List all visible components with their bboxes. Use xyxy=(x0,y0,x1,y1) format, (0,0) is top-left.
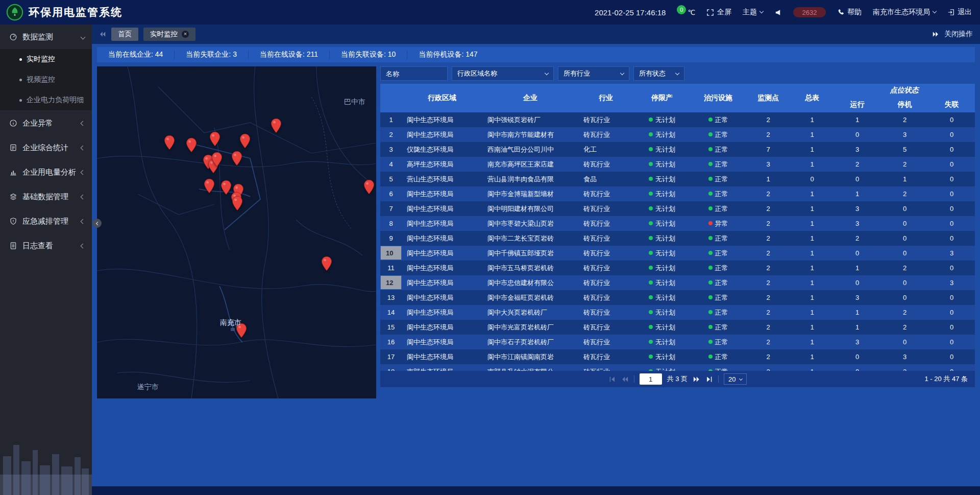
tab-close-icon[interactable] xyxy=(182,31,189,38)
sidebar-section-enterprise-statistics[interactable]: 企业综合统计 xyxy=(0,135,92,160)
table-row[interactable]: 7阆中生态环境局阆中明阳建材有限公司砖瓦行业无计划正常21300 xyxy=(380,201,975,216)
cell-monitor-points: 2 xyxy=(746,305,791,320)
sidebar-section-log-view[interactable]: 日志查看 xyxy=(0,233,92,258)
page-size-select[interactable]: 20 xyxy=(724,373,747,385)
cell-running: 0 xyxy=(834,364,881,371)
table-row[interactable]: 2阆中生态环境局阆中市南方节能建材有砖瓦行业无计划正常21030 xyxy=(380,127,975,142)
table-row[interactable]: 4高坪生态环境局南充市高坪区王家店建砖瓦行业无计划正常31220 xyxy=(380,157,975,172)
table-row[interactable]: 1阆中生态环境局阆中强锐页岩砖厂砖瓦行业无计划正常21120 xyxy=(380,112,975,127)
cell-total-meters: 1 xyxy=(791,127,834,142)
theme-dropdown[interactable]: 主题 xyxy=(743,8,763,17)
help-button[interactable]: 帮助 xyxy=(837,8,862,17)
map-pin[interactable] xyxy=(211,152,223,167)
table-row[interactable]: 8阆中生态环境局阆中市枣碧大梁山页岩砖瓦行业无计划异常21300 xyxy=(380,216,975,231)
first-page-button[interactable] xyxy=(608,375,616,383)
last-page-button[interactable] xyxy=(705,375,713,383)
sidebar-section-emergency-reduction[interactable]: 应急减排管理 xyxy=(0,209,92,233)
name-filter-input[interactable] xyxy=(380,66,448,81)
status-dot-green xyxy=(708,117,713,122)
cell-running: 1 xyxy=(834,261,881,275)
cell-production-status: 无计划 xyxy=(633,172,691,186)
sidebar-section-power-usage-analysis[interactable]: 企业用电量分析 xyxy=(0,160,92,184)
table-row[interactable]: 13阆中生态环境局阆中市金福旺页岩机砖砖瓦行业无计划正常21300 xyxy=(380,290,975,305)
tabs-scroll-right-button[interactable] xyxy=(932,31,939,38)
sound-button[interactable] xyxy=(774,9,782,16)
cell-total-meters: 0 xyxy=(791,172,834,186)
notification-badge[interactable]: 2632 xyxy=(793,7,826,17)
fullscreen-button[interactable]: 全屏 xyxy=(706,8,731,17)
cell-region: 阆中生态环境局 xyxy=(402,275,482,290)
sidebar-section-enterprise-abnormal[interactable]: 企业异常 xyxy=(0,111,92,135)
close-operations-button[interactable]: 关闭操作 xyxy=(944,30,973,39)
table-row[interactable]: 15阆中生态环境局阆中市光富页岩机砖厂砖瓦行业无计划正常21120 xyxy=(380,320,975,335)
org-dropdown[interactable]: 南充市生态环境局 xyxy=(873,8,936,17)
table-row[interactable]: 3仪陇生态环境局西南油气田分公司川中化工无计划正常71350 xyxy=(380,142,975,157)
cell-total-meters: 1 xyxy=(791,305,834,320)
map-pin[interactable] xyxy=(164,135,175,150)
sidebar-item-power-load-detail[interactable]: 企业电力负荷明细 xyxy=(0,90,92,110)
prev-page-button[interactable] xyxy=(621,375,629,383)
map-pin[interactable] xyxy=(271,118,282,133)
table-row[interactable]: 17阆中生态环境局阆中市江南镇阆南页岩砖瓦行业无计划正常21030 xyxy=(380,349,975,364)
cell-stopped: 0 xyxy=(881,335,928,349)
status-dot-green xyxy=(708,206,713,210)
pager-divider xyxy=(634,375,634,383)
table-row[interactable]: 5营山生态环境局营山县润丰肉食品有限食品无计划正常10010 xyxy=(380,172,975,186)
table-row[interactable]: 18南部生态环境局南部县升钟水泥有限公砖瓦行业无计划正常21030 xyxy=(380,364,975,371)
table-row[interactable]: 12阆中生态环境局阆中市忠信建材有限公砖瓦行业无计划正常21003 xyxy=(380,275,975,290)
map-collapse-button[interactable] xyxy=(92,219,102,228)
cell-region: 阆中生态环境局 xyxy=(402,216,482,231)
stat-item: 当前失联企业: 3 xyxy=(174,50,248,59)
next-page-button[interactable] xyxy=(693,375,700,383)
pin-icon xyxy=(271,118,282,133)
sidebar-section-data-monitoring[interactable]: 数据监测 xyxy=(0,25,92,49)
cell-company: 西南油气田分公司川中 xyxy=(482,142,578,157)
cell-monitor-points: 2 xyxy=(746,335,791,349)
region-filter-select[interactable]: 行政区域名称 xyxy=(452,66,554,81)
map-pin[interactable] xyxy=(220,180,232,195)
logout-button[interactable]: 退出 xyxy=(947,8,972,17)
map-pin[interactable] xyxy=(363,179,375,195)
cell-running: 0 xyxy=(834,349,881,364)
table-row[interactable]: 10阆中生态环境局阆中千佛镇五郎垭页岩砖瓦行业无计划正常21003 xyxy=(380,246,975,261)
map-pin[interactable] xyxy=(231,151,242,166)
map-pin[interactable] xyxy=(204,178,215,194)
map-pin[interactable] xyxy=(239,133,251,149)
cell-industry: 砖瓦行业 xyxy=(578,335,633,349)
tab-home[interactable]: 首页 xyxy=(111,28,138,41)
map-panel[interactable]: 巴中市南充市遂宁市 xyxy=(97,66,376,398)
cell-production-status: 无计划 xyxy=(633,112,691,127)
bullet-icon xyxy=(19,58,22,61)
cell-region: 阆中生态环境局 xyxy=(402,335,482,349)
table-row[interactable]: 11阆中生态环境局阆中市五马桥页岩机砖砖瓦行业无计划正常21120 xyxy=(380,261,975,275)
cell-region: 高坪生态环境局 xyxy=(402,157,482,172)
cell-facility-status: 正常 xyxy=(691,231,746,246)
table-row[interactable]: 9阆中生态环境局阆中市二龙长宝页岩砖砖瓦行业无计划正常21200 xyxy=(380,231,975,246)
map-pin[interactable] xyxy=(321,256,332,271)
map-pin[interactable] xyxy=(209,131,220,147)
table-row[interactable]: 6阆中生态环境局阆中市金博瑞新型墙材砖瓦行业无计划正常21120 xyxy=(380,186,975,201)
cell-company: 南充市高坪区王家店建 xyxy=(482,157,578,172)
cell-total-meters: 1 xyxy=(791,157,834,172)
sidebar-item-video-monitor[interactable]: 视频监控 xyxy=(0,69,92,90)
status-filter-select[interactable]: 所有状态 xyxy=(633,66,684,81)
tab-realtime-monitor[interactable]: 实时监控 xyxy=(143,28,195,41)
table-row[interactable]: 14阆中生态环境局阆中大兴页岩机砖厂砖瓦行业无计划正常21120 xyxy=(380,305,975,320)
cell-running: 3 xyxy=(834,290,881,305)
cell-industry: 砖瓦行业 xyxy=(578,290,633,305)
cell-index: 18 xyxy=(380,364,402,371)
industry-filter-select[interactable]: 所有行业 xyxy=(558,66,629,81)
sidebar-item-realtime-monitor[interactable]: 实时监控 xyxy=(0,49,92,69)
bar-chart-icon xyxy=(9,168,17,176)
sidebar-menu: 数据监测实时监控视频监控企业电力负荷明细企业异常企业综合统计企业用电量分析基础数… xyxy=(0,25,92,258)
cell-index: 16 xyxy=(380,335,402,349)
map-pin[interactable] xyxy=(186,137,197,153)
tabs-scroll-left-button[interactable] xyxy=(99,31,106,38)
sidebar-section-base-data-management[interactable]: 基础数据管理 xyxy=(0,184,92,209)
map-city-label: 巴中市 xyxy=(344,98,365,107)
page-number-input[interactable] xyxy=(640,373,662,385)
table-row[interactable]: 16阆中生态环境局阆中市石子页岩机砖厂砖瓦行业无计划正常21300 xyxy=(380,335,975,349)
map-pin[interactable] xyxy=(232,196,243,211)
cell-industry: 砖瓦行业 xyxy=(578,112,633,127)
col-total-meters: 总表 xyxy=(791,84,834,112)
